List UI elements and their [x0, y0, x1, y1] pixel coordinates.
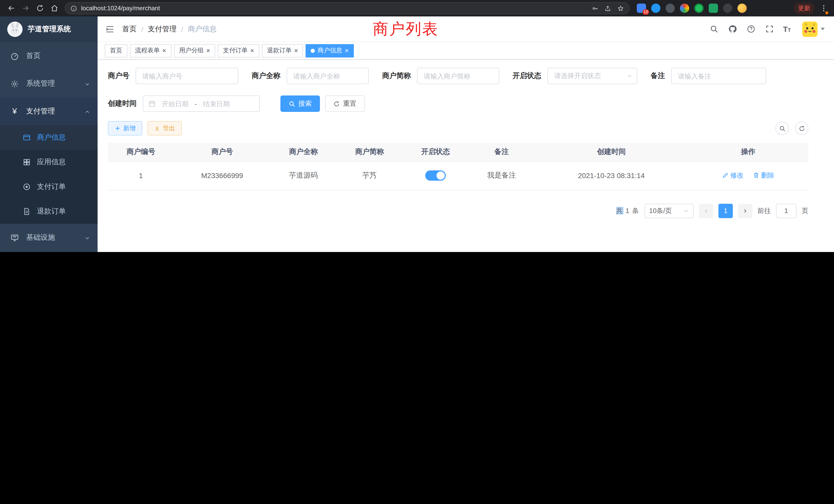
search-icon[interactable]	[709, 24, 719, 34]
address-bar[interactable]: localhost:1024/pay/merchant	[65, 2, 630, 14]
tab-process-form[interactable]: 流程表单×	[130, 44, 171, 57]
tab-user-group[interactable]: 用户分组×	[174, 44, 215, 57]
cell-id: 1	[108, 161, 174, 190]
add-button[interactable]: 新增	[108, 121, 142, 136]
end-date-input[interactable]	[200, 100, 233, 108]
search-button[interactable]: 搜索	[280, 95, 320, 112]
create-time-range[interactable]: -	[143, 95, 260, 112]
merchant-no-label: 商户号	[108, 71, 129, 81]
forward-icon[interactable]	[19, 1, 33, 16]
close-icon[interactable]: ×	[162, 47, 166, 54]
browser-menu-icon[interactable]	[817, 1, 830, 16]
page-size-select[interactable]: 10条/页	[644, 204, 694, 218]
tab-refund-order[interactable]: 退款订单×	[262, 44, 303, 57]
edit-link[interactable]: 修改	[722, 171, 744, 180]
home-icon[interactable]	[47, 1, 62, 16]
card-icon	[23, 134, 31, 142]
sidebar-item-infra[interactable]: 基础设施	[0, 224, 97, 251]
cell-create-time: 2021-10-23 08:31:14	[534, 161, 688, 190]
extension-icon-2[interactable]	[651, 4, 660, 13]
url-text[interactable]: localhost:1024/pay/merchant	[81, 5, 592, 12]
status-toggle[interactable]	[425, 170, 446, 181]
extension-icon-6[interactable]	[709, 4, 718, 13]
reset-button[interactable]: 重置	[325, 95, 365, 112]
browser-toolbar: localhost:1024/pay/merchant 10 更新	[0, 0, 834, 17]
col-header-actions: 操作	[688, 143, 808, 161]
tab-home[interactable]: 首页	[105, 44, 127, 57]
short-name-input[interactable]	[417, 68, 499, 84]
calendar-icon	[148, 100, 156, 107]
breadcrumb: 首页 / 支付管理 / 商户信息	[122, 24, 217, 33]
font-size-icon[interactable]: TT	[783, 25, 791, 33]
page-info-icon[interactable]	[70, 5, 77, 12]
browser-update-button[interactable]: 更新	[794, 2, 814, 14]
sidebar-item-system[interactable]: 系统管理	[0, 70, 97, 97]
chevron-right-icon	[742, 208, 748, 214]
close-icon[interactable]: ×	[345, 47, 349, 54]
pencil-icon	[722, 172, 729, 179]
extension-icon-7[interactable]	[723, 4, 732, 13]
sidebar-item-pay-order[interactable]: 支付订单	[0, 175, 97, 199]
table-row: 1 M233666999 芋道源码 芋艿 我是备注 2021-10-23 08:…	[108, 161, 808, 190]
grid-icon	[23, 158, 31, 166]
sidebar-item-label: 支付管理	[26, 107, 84, 116]
create-time-label: 创建时间	[108, 99, 137, 108]
share-icon[interactable]	[605, 5, 611, 12]
tab-pay-order[interactable]: 支付订单×	[218, 44, 259, 57]
start-date-input[interactable]	[159, 100, 192, 108]
extension-icon-3[interactable]	[665, 4, 675, 13]
active-dot	[311, 48, 315, 53]
close-icon[interactable]: ×	[250, 47, 254, 54]
export-button[interactable]: 导出	[147, 121, 182, 136]
breadcrumb-pay[interactable]: 支付管理	[148, 24, 177, 33]
merchant-table: 商户编号 商户号 商户全称 商户简称 开启状态 备注 创建时间 操作 1	[108, 143, 808, 190]
app-logo[interactable]: 芋道管理系统	[0, 17, 97, 42]
back-icon[interactable]	[4, 1, 19, 16]
extension-icon-4[interactable]	[680, 4, 689, 13]
sidebar-item-merchant-info[interactable]: 商户信息	[0, 125, 97, 150]
sidebar-item-pay[interactable]: ¥ 支付管理	[0, 97, 97, 125]
refresh-table-icon[interactable]	[795, 122, 808, 135]
sidebar-item-refund-order[interactable]: 退款订单	[0, 199, 97, 224]
toggle-search-icon[interactable]	[775, 122, 789, 135]
merchant-no-input[interactable]	[136, 68, 238, 84]
fullscreen-icon[interactable]	[764, 24, 775, 34]
help-icon[interactable]	[746, 24, 756, 34]
chevron-down-icon	[84, 234, 90, 241]
close-icon[interactable]: ×	[294, 47, 298, 54]
full-name-input[interactable]	[287, 68, 369, 84]
chevron-up-icon	[84, 108, 90, 114]
remark-input[interactable]	[671, 68, 766, 84]
page-1-button[interactable]: 1	[719, 204, 733, 218]
password-key-icon[interactable]	[592, 5, 598, 12]
sidebar-item-label: 支付订单	[37, 182, 66, 191]
gear-icon	[10, 79, 19, 88]
status-select[interactable]: 请选择开启状态	[547, 68, 637, 84]
sidebar-item-label: 基础设施	[26, 233, 84, 242]
extension-icon-5[interactable]	[694, 4, 704, 13]
delete-link[interactable]: 删除	[753, 171, 774, 180]
next-page-button[interactable]	[738, 204, 752, 218]
breadcrumb-home[interactable]: 首页	[122, 24, 137, 33]
trash-icon	[753, 172, 760, 179]
tab-merchant-info[interactable]: 商户信息×	[306, 44, 354, 57]
close-icon[interactable]: ×	[206, 47, 210, 54]
page-content: 商户号 商户全称 商户简称 开启状态 请选择开启状态	[97, 60, 834, 218]
sidebar: 芋道管理系统 首页 系统管理 ¥ 支付管理	[0, 17, 97, 252]
extension-icon-1[interactable]: 10	[637, 4, 646, 13]
github-icon[interactable]	[727, 24, 738, 34]
tag-view-bar: 首页 流程表单× 用户分组× 支付订单× 退款订单× 商户信息×	[97, 42, 834, 60]
prev-page-button[interactable]	[699, 204, 713, 218]
reload-icon[interactable]	[33, 1, 47, 16]
goto-page-input[interactable]	[776, 204, 796, 218]
user-avatar[interactable]	[802, 21, 825, 37]
sidebar-toggle-icon[interactable]	[97, 16, 122, 42]
sidebar-item-devtools[interactable]: 研发工具	[0, 251, 97, 252]
bookmark-star-icon[interactable]	[617, 5, 624, 12]
chevron-down-icon	[821, 28, 825, 30]
sidebar-item-home[interactable]: 首页	[0, 42, 97, 70]
dashboard-icon	[10, 51, 19, 60]
profile-avatar-icon[interactable]	[738, 4, 747, 13]
goto-suffix: 页	[802, 206, 808, 215]
sidebar-item-app-info[interactable]: 应用信息	[0, 150, 97, 175]
